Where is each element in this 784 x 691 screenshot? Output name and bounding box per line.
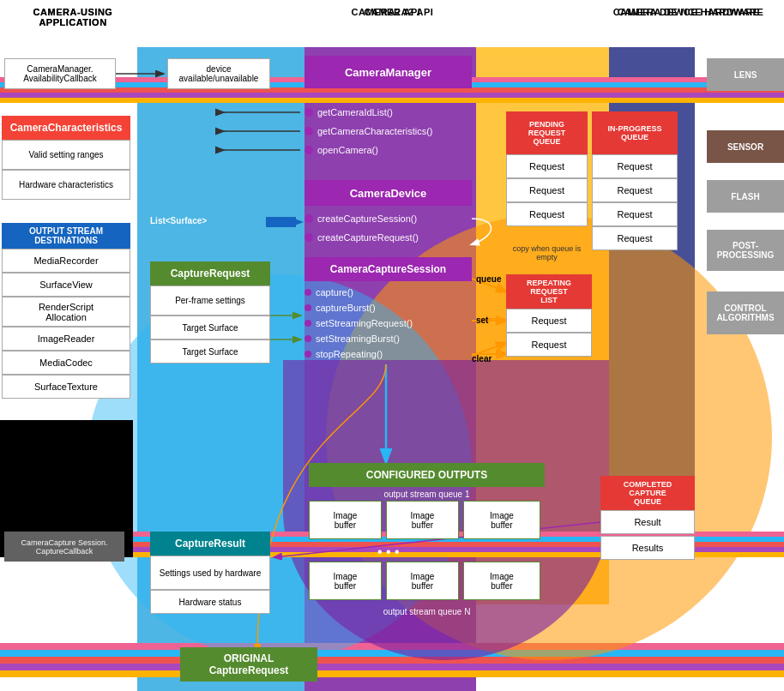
- repeating-request-1-label: Request: [532, 315, 567, 326]
- open-camera-label: openCamera(): [317, 145, 378, 155]
- set-streaming-burst-label: setStreamingBurst(): [316, 333, 400, 344]
- per-frame-label: Per-frame settings: [175, 296, 245, 305]
- dot-5: [305, 233, 313, 242]
- queue-label: queue: [476, 274, 501, 284]
- set-streaming-burst-row: setStreamingBurst(): [305, 331, 472, 346]
- target-surface-2-box: Target Surface: [150, 339, 270, 364]
- surface-texture-label: SurfaceTexture: [34, 382, 98, 392]
- results-box: Results: [600, 536, 695, 560]
- image-buffer-3: Imagebuffer: [463, 501, 540, 539]
- repeating-list-label: REPEATINGREQUESTLIST: [527, 279, 571, 304]
- pending-queue-header: PENDINGREQUESTQUEUE: [506, 111, 588, 154]
- control-algorithms-label: CONTROL ALGORITHMS: [707, 291, 784, 334]
- lens-label: LENS: [707, 58, 784, 91]
- capture-label: capture(): [316, 287, 353, 297]
- image-reader-label: ImageReader: [38, 333, 95, 344]
- set-streaming-request-row: setStreamingRequest(): [305, 315, 472, 331]
- capture-session-box: CameraCaptureSession: [305, 257, 472, 281]
- repeating-request-2: Request: [506, 333, 592, 357]
- renderscript-label: RenderScriptAllocation: [39, 302, 93, 322]
- pending-request-2: Request: [506, 178, 588, 202]
- capture-burst-label: captureBurst(): [316, 303, 376, 313]
- flash-label: FLASH: [707, 180, 784, 213]
- valid-settings-box: Valid setting ranges: [2, 140, 130, 170]
- image-buffer-6: Imagebuffer: [463, 562, 540, 600]
- camera-manager-box: CameraManager: [305, 56, 472, 88]
- repeating-request-2-label: Request: [532, 339, 567, 350]
- image-buffer-5-label: Imagebuffer: [411, 572, 435, 591]
- capture-request-header: CaptureRequest: [150, 261, 270, 285]
- stripe-yellow: [0, 670, 784, 677]
- sensor-label: SENSOR: [707, 130, 784, 163]
- image-buffer-2: Imagebuffer: [386, 501, 459, 539]
- pending-request-3: Request: [506, 202, 588, 226]
- create-request-label: createCaptureRequest(): [317, 232, 419, 243]
- repeating-list-header: REPEATINGREQUESTLIST: [506, 274, 592, 309]
- configured-outputs-label: CONFIGURED OUTPUTS: [366, 469, 487, 481]
- settings-used-label: Settings used by hardware: [160, 568, 261, 578]
- dot-2: [305, 127, 313, 135]
- media-codec-label: MediaCodec: [39, 358, 93, 368]
- set-streaming-request-label: setStreamingRequest(): [316, 318, 413, 328]
- original-capture-request-label: ORIGINALCaptureRequest: [209, 652, 289, 676]
- pending-request-2-label: Request: [529, 185, 564, 195]
- target-surface-1-label: Target Surface: [182, 323, 238, 333]
- result-box: Result: [600, 510, 695, 534]
- capture-result-label: CaptureResult: [175, 538, 245, 550]
- capture-session-label: CameraCaptureSession: [330, 263, 446, 275]
- capture-row: capture(): [305, 285, 472, 300]
- pending-request-1-label: Request: [529, 161, 564, 171]
- in-progress-request-2: Request: [592, 178, 678, 202]
- hardware-chars-box: Hardware characteristics: [2, 170, 130, 200]
- camera-characteristics-header: CameraCharacteristics: [2, 116, 130, 140]
- camera-characteristics-label: CameraCharacteristics: [10, 122, 123, 134]
- stop-repeating-row: stopRepeating(): [305, 346, 472, 362]
- output-stream-1-label: output stream queue 1: [309, 487, 545, 501]
- get-camera-id-label: getCameraIdList(): [317, 107, 393, 117]
- hardware-chars-label: Hardware characteristics: [19, 180, 113, 189]
- image-buffer-4-label: Imagebuffer: [334, 572, 358, 591]
- set-label: set: [476, 315, 488, 325]
- output-stream-header: OUTPUT STREAMDESTINATIONS: [2, 223, 130, 249]
- image-buffer-1: Imagebuffer: [309, 501, 382, 539]
- dot-7: [305, 304, 311, 311]
- output-stream-label: OUTPUT STREAMDESTINATIONS: [29, 226, 103, 245]
- get-camera-chars-row: getCameraCharacteristics(): [305, 122, 472, 141]
- in-progress-queue-header: IN-PROGRESSQUEUE: [592, 111, 678, 154]
- create-request-row: createCaptureRequest(): [305, 228, 472, 247]
- target-surface-1-box: Target Surface: [150, 315, 270, 339]
- results-label: Results: [632, 543, 664, 553]
- per-frame-box: Per-frame settings: [150, 285, 270, 315]
- create-session-label: createCaptureSession(): [317, 213, 417, 224]
- availability-callback-box: CameraManager.AvailabilityCallback: [4, 58, 116, 89]
- media-recorder-label: MediaRecorder: [33, 255, 98, 266]
- in-progress-request-1-label: Request: [618, 161, 653, 171]
- device-available-label: deviceavailable/unavailable: [179, 64, 259, 83]
- device-available-box: deviceavailable/unavailable: [167, 58, 270, 89]
- media-recorder-box: MediaRecorder: [2, 249, 130, 273]
- col-header-right-text: CAMERA DEVICE HARDWARE: [600, 7, 781, 17]
- in-progress-request-4: Request: [592, 226, 678, 250]
- stripe-red: [0, 657, 784, 664]
- dot-9: [305, 335, 311, 342]
- valid-settings-label: Valid setting ranges: [28, 150, 103, 159]
- result-label: Result: [634, 517, 660, 527]
- post-processing-label: POST- PROCESSING: [707, 230, 784, 271]
- hardware-status-label: Hardware status: [179, 598, 242, 607]
- image-reader-box: ImageReader: [2, 327, 130, 351]
- get-camera-chars-label: getCameraCharacteristics(): [317, 126, 432, 136]
- copy-when-empty-label: copy when queue is empty: [506, 244, 588, 261]
- surface-view-box: SurfaceView: [2, 273, 130, 297]
- media-codec-box: MediaCodec: [2, 351, 130, 375]
- pending-request-3-label: Request: [529, 209, 564, 219]
- capture-callback-label: CameraCapture Session.CaptureCallback: [21, 538, 107, 556]
- in-progress-request-2-label: Request: [618, 185, 653, 195]
- image-buffer-4: Imagebuffer: [309, 562, 382, 600]
- capture-callback-box: CameraCapture Session.CaptureCallback: [4, 532, 124, 562]
- pending-queue-label: PENDINGREQUESTQUEUE: [528, 120, 566, 146]
- camera-device-box: CameraDevice: [305, 180, 472, 206]
- get-camera-id-row: getCameraIdList(): [305, 103, 472, 122]
- hardware-status-box: Hardware status: [150, 590, 270, 614]
- dot-3: [305, 146, 313, 154]
- capture-burst-row: captureBurst(): [305, 300, 472, 315]
